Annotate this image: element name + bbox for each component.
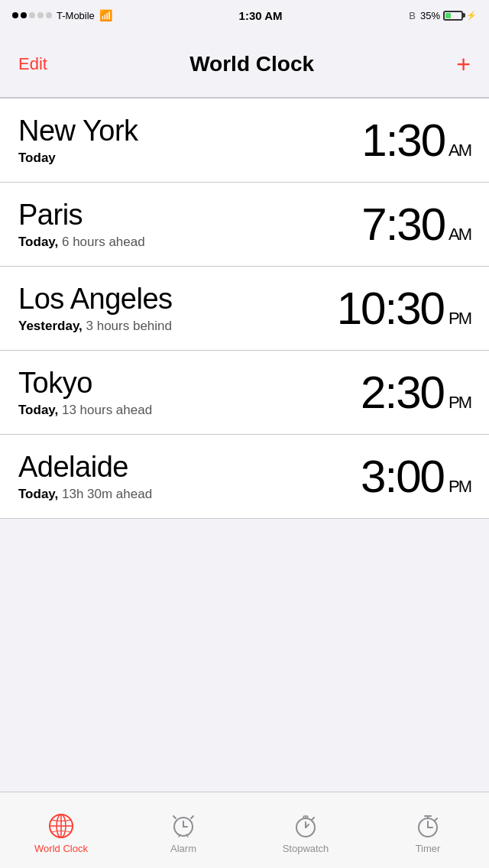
clock-time-paris: 7:30 AM bbox=[361, 202, 471, 248]
clock-time-new-york: 1:30 AM bbox=[361, 118, 471, 164]
battery-icon bbox=[443, 11, 463, 21]
city-sub-bold-la: Yesterday, bbox=[18, 319, 83, 333]
time-ampm-la: PM bbox=[445, 309, 471, 328]
signal-dots bbox=[12, 12, 52, 18]
time-value-la: 10:30 PM bbox=[337, 283, 471, 334]
stopwatch-icon bbox=[292, 812, 319, 840]
time-ampm-new-york: AM bbox=[446, 141, 471, 160]
signal-dot-5 bbox=[46, 12, 52, 18]
signal-dot-2 bbox=[21, 12, 27, 18]
clock-left-paris: Paris Today, 6 hours ahead bbox=[18, 199, 145, 250]
tab-stopwatch[interactable]: Stopwatch bbox=[244, 806, 367, 854]
city-sub-adelaide: Today, 13h 30m ahead bbox=[18, 487, 152, 502]
tab-timer-label: Timer bbox=[416, 843, 441, 854]
tab-world-clock[interactable]: World Clock bbox=[0, 806, 122, 854]
clock-item-adelaide: Adelaide Today, 13h 30m ahead 3:00 PM bbox=[0, 435, 489, 519]
battery-wrapper: 35% ⚡ bbox=[420, 10, 477, 21]
edit-button[interactable]: Edit bbox=[18, 54, 47, 74]
add-clock-button[interactable]: + bbox=[456, 52, 471, 76]
svg-line-16 bbox=[312, 818, 314, 820]
time-ampm-tokyo: PM bbox=[445, 393, 471, 412]
clock-left-tokyo: Tokyo Today, 13 hours ahead bbox=[18, 367, 152, 418]
city-sub-paris: Today, 6 hours ahead bbox=[18, 235, 145, 250]
time-value-paris: 7:30 AM bbox=[361, 199, 471, 250]
signal-dot-1 bbox=[12, 12, 18, 18]
tab-timer[interactable]: Timer bbox=[367, 806, 489, 854]
wifi-icon: 📶 bbox=[99, 9, 112, 21]
time-value-adelaide: 3:00 PM bbox=[361, 451, 471, 502]
world-clock-icon bbox=[47, 812, 75, 840]
nav-bar: Edit World Clock + bbox=[0, 31, 489, 98]
clock-item-new-york: New York Today 1:30 AM bbox=[0, 99, 489, 183]
city-sub-new-york: Today bbox=[18, 151, 138, 166]
clock-time-tokyo: 2:30 PM bbox=[361, 370, 471, 416]
city-sub-la: Yesterday, 3 hours behind bbox=[18, 319, 173, 334]
clock-left-new-york: New York Today bbox=[18, 115, 138, 166]
city-name-adelaide: Adelaide bbox=[18, 451, 152, 484]
status-left: T-Mobile 📶 bbox=[12, 9, 112, 21]
svg-line-7 bbox=[173, 816, 176, 818]
signal-dot-3 bbox=[29, 12, 35, 18]
time-ampm-paris: AM bbox=[446, 225, 471, 244]
alarm-icon bbox=[170, 812, 197, 840]
status-bar: T-Mobile 📶 1:30 AM B 35% ⚡ bbox=[0, 0, 489, 31]
clock-item-los-angeles: Los Angeles Yesterday, 3 hours behind 10… bbox=[0, 267, 489, 351]
city-name-new-york: New York bbox=[18, 115, 138, 147]
city-sub-tokyo: Today, 13 hours ahead bbox=[18, 403, 152, 418]
city-name-tokyo: Tokyo bbox=[18, 367, 152, 400]
page-title: World Clock bbox=[189, 52, 314, 76]
city-name-la: Los Angeles bbox=[18, 283, 173, 316]
bluetooth-icon: B bbox=[409, 10, 416, 21]
clock-item-paris: Paris Today, 6 hours ahead 7:30 AM bbox=[0, 183, 489, 267]
svg-line-8 bbox=[191, 816, 193, 818]
city-sub-bold: Today bbox=[18, 151, 56, 165]
clock-left-adelaide: Adelaide Today, 13h 30m ahead bbox=[18, 451, 152, 502]
charging-icon: ⚡ bbox=[466, 11, 477, 21]
status-right: B 35% ⚡ bbox=[409, 10, 477, 21]
tab-stopwatch-label: Stopwatch bbox=[283, 843, 329, 854]
status-time: 1:30 AM bbox=[239, 9, 283, 22]
clock-list: New York Today 1:30 AM Paris Today, 6 ho… bbox=[0, 98, 489, 519]
tab-bar: World Clock Alarm Stopwatch bbox=[0, 792, 489, 868]
content-area: New York Today 1:30 AM Paris Today, 6 ho… bbox=[0, 98, 489, 595]
clock-left-la: Los Angeles Yesterday, 3 hours behind bbox=[18, 283, 173, 334]
time-ampm-adelaide: PM bbox=[445, 477, 471, 496]
time-value-new-york: 1:30 AM bbox=[361, 115, 471, 166]
clock-time-adelaide: 3:00 PM bbox=[361, 454, 471, 500]
city-sub-bold-tokyo: Today, bbox=[18, 403, 58, 417]
time-value-tokyo: 2:30 PM bbox=[361, 367, 471, 418]
city-sub-bold-adelaide: Today, bbox=[18, 487, 58, 501]
svg-line-22 bbox=[435, 818, 437, 821]
tab-alarm-label: Alarm bbox=[170, 843, 196, 854]
clock-time-la: 10:30 PM bbox=[337, 286, 471, 332]
timer-icon bbox=[414, 812, 442, 840]
battery-percent: 35% bbox=[420, 10, 440, 21]
clock-item-tokyo: Tokyo Today, 13 hours ahead 2:30 PM bbox=[0, 351, 489, 435]
tab-alarm[interactable]: Alarm bbox=[122, 806, 244, 854]
battery-fill bbox=[445, 13, 451, 18]
tab-world-clock-label: World Clock bbox=[34, 843, 88, 854]
city-sub-bold-paris: Today, bbox=[18, 235, 58, 249]
signal-dot-4 bbox=[37, 12, 44, 18]
city-name-paris: Paris bbox=[18, 199, 145, 232]
carrier-label: T-Mobile bbox=[57, 10, 95, 21]
